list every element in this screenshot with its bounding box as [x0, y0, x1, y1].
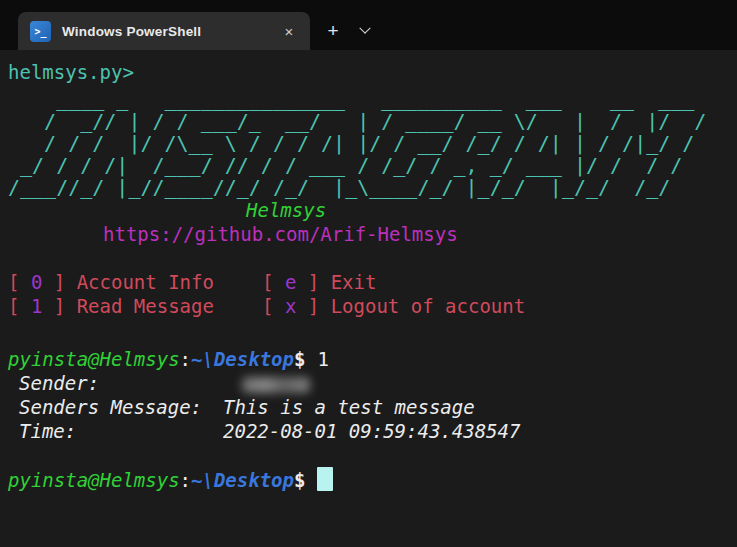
menu-label: Logout of account	[331, 295, 525, 317]
menu-row-2: [ 1 ] Read Message[ x ] Logout of accoun…	[8, 294, 737, 318]
bracket: ]	[296, 271, 330, 293]
entered-command: 1	[317, 348, 328, 370]
banner-caption-line: Helmsys	[8, 198, 737, 222]
terminal-screen[interactable]: helmsys.py> ____ _ _______________ _____…	[0, 50, 737, 547]
bracket: ]	[42, 271, 76, 293]
prompt-separator: :	[180, 469, 191, 491]
sender-label: Sender:	[19, 371, 223, 395]
sender-line: Sender:	[8, 371, 737, 395]
prompt-line-command: pyinsta@Helmsys:~\Desktop$1	[8, 347, 737, 371]
menu-key: 0	[31, 271, 42, 293]
bracket: ]	[296, 295, 330, 317]
banner-line: /___//_/ |_//____//_/ /_/ |_\____/_/ |_/…	[8, 176, 737, 198]
time-value: 2022-08-01 09:59:43.438547	[223, 420, 520, 442]
terminal-cursor	[317, 467, 333, 491]
prompt-symbol: $	[294, 469, 305, 491]
close-tab-icon[interactable]: ×	[276, 18, 302, 44]
banner-line: / / / |/ /\__ \ / / / /| |/ / __/ /_/ / …	[8, 132, 737, 154]
sender-name-redacted	[242, 377, 310, 393]
script-prompt: helmsys.py>	[8, 61, 134, 83]
bracket: ]	[42, 295, 76, 317]
menu-item-logout: [ x ] Logout of account	[262, 295, 525, 317]
blank-line	[8, 443, 737, 467]
message-label: Senders Message:	[19, 395, 223, 419]
menu-label: Account Info	[77, 271, 214, 293]
terminal-window: >_Windows PowerShell× + helmsys.py> ____…	[0, 0, 737, 547]
tab-windows-powershell[interactable]: >_Windows PowerShell×	[18, 12, 310, 50]
menu-item-account-info: [ 0 ] Account Info	[8, 270, 262, 294]
menu-row-1: [ 0 ] Account Info[ e ] Exit	[8, 270, 737, 294]
script-prompt-line: helmsys.py>	[8, 60, 737, 84]
blank-line	[8, 246, 737, 270]
banner-line: / _// | / / ___/_ __/ | / ____/ __ \/ | …	[8, 110, 737, 132]
prompt-path: ~\Desktop	[191, 348, 294, 370]
chevron-down-icon	[359, 23, 370, 34]
menu-key: 1	[31, 295, 42, 317]
bracket: [	[8, 295, 31, 317]
menu-item-read-message: [ 1 ] Read Message	[8, 294, 262, 318]
bracket: [	[262, 271, 285, 293]
menu-item-exit: [ e ] Exit	[262, 271, 376, 293]
bracket: [	[8, 271, 31, 293]
new-tab-button[interactable]: +	[316, 12, 350, 50]
github-url-link[interactable]: https://github.com/Arif-Helmsys	[103, 223, 458, 245]
prompt-separator: :	[180, 348, 191, 370]
banner-url-line: https://github.com/Arif-Helmsys	[8, 222, 737, 246]
time-line: Time:2022-08-01 09:59:43.438547	[8, 419, 737, 443]
prompt-user: pyinsta@Helmsys	[8, 469, 180, 491]
time-label: Time:	[19, 419, 223, 443]
message-value: This is a test message	[223, 396, 475, 418]
menu-key: x	[285, 295, 296, 317]
author-name: Helmsys	[246, 199, 326, 221]
banner-line: _/ / / /| /___/ // / / ___ / /_/ / _, _/…	[8, 154, 737, 176]
menu-label: Read Message	[77, 295, 214, 317]
prompt-user: pyinsta@Helmsys	[8, 348, 180, 370]
message-line: Senders Message:This is a test message	[8, 395, 737, 419]
banner-line: ____ _ _______________ __________ ___ __…	[8, 88, 737, 110]
menu-label: Exit	[331, 271, 377, 293]
tab-dropdown-button[interactable]	[350, 12, 380, 50]
prompt-path: ~\Desktop	[191, 469, 294, 491]
prompt-line-current: pyinsta@Helmsys:~\Desktop$	[8, 467, 737, 491]
blank-line	[8, 318, 737, 342]
title-bar: >_Windows PowerShell× +	[0, 0, 737, 50]
prompt-symbol: $	[294, 348, 305, 370]
tab-title: Windows PowerShell	[62, 24, 276, 39]
menu-key: e	[285, 271, 296, 293]
ascii-banner-instagram: ____ _ _______________ __________ ___ __…	[8, 88, 737, 198]
powershell-icon: >_	[30, 21, 51, 42]
bracket: [	[262, 295, 285, 317]
